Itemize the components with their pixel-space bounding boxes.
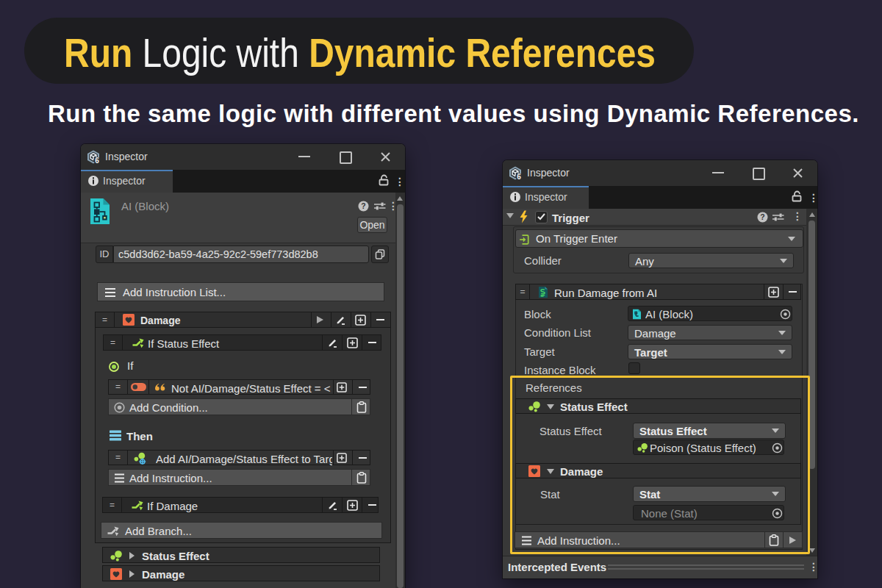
svg-text:?: ? [760, 212, 764, 221]
svg-text:6: 6 [517, 173, 521, 181]
svg-text:6: 6 [95, 157, 99, 165]
svg-text:?: ? [361, 201, 365, 210]
